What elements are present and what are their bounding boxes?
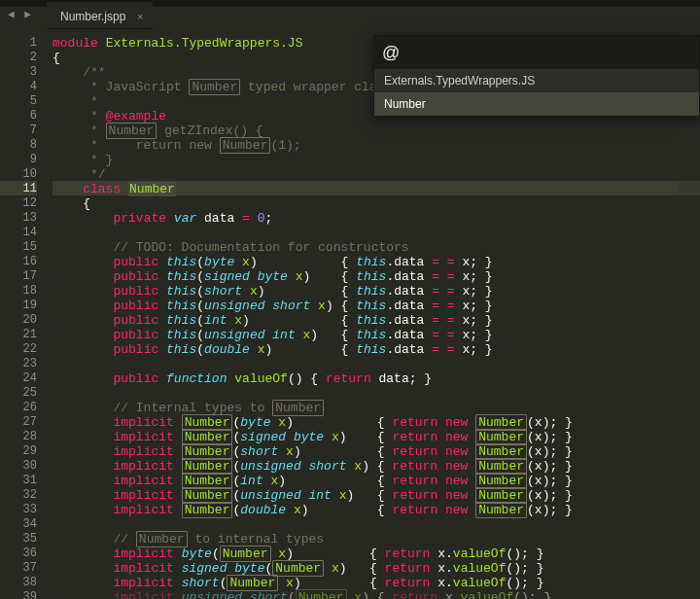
tab-bar: Number.jspp ×: [47, 2, 153, 29]
goto-symbol-input[interactable]: [374, 36, 699, 69]
goto-result-module[interactable]: Externals.TypedWrappers.JS: [374, 69, 699, 92]
line-number-gutter: 1234567891011121314151617181920212223242…: [0, 29, 45, 599]
tab-title: Number.jspp: [60, 10, 125, 23]
nav-arrows[interactable]: ◀ ▶: [8, 8, 33, 22]
goto-result-number[interactable]: Number: [374, 92, 699, 116]
close-icon[interactable]: ×: [137, 10, 143, 24]
goto-symbol-panel: Externals.TypedWrappers.JS Number: [373, 35, 700, 117]
tab-number-jspp[interactable]: Number.jspp ×: [47, 2, 153, 29]
